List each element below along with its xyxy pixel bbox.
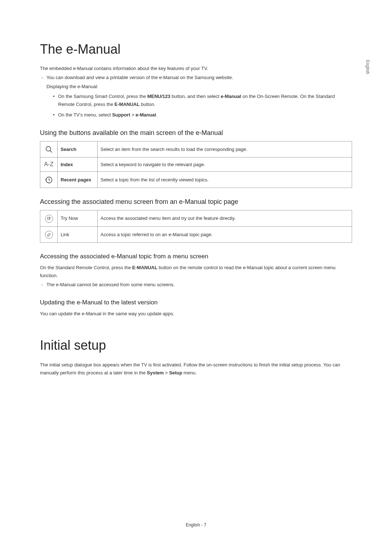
table-row: Try Now Access the associated menu item …	[40, 210, 352, 227]
svg-line-1	[50, 151, 52, 153]
access-note: The e-Manual cannot be accessed from som…	[40, 281, 352, 289]
row-desc: Access a topic referred to on an e-Manua…	[98, 226, 352, 243]
subheading-buttons-main-screen: Using the buttons available on the main …	[40, 129, 352, 137]
heading-initial-setup: Initial setup	[40, 338, 352, 353]
svg-rect-3	[48, 217, 50, 219]
recent-pages-icon	[40, 172, 58, 188]
row-desc: Select an item from the search results t…	[98, 141, 352, 157]
intro-text: The embedded e-Manual contains informati…	[40, 65, 352, 73]
subheading-associated-menu-from-topic: Accessing the associated menu screen fro…	[40, 198, 352, 206]
displaying-label: Displaying the e-Manual:	[40, 83, 352, 91]
row-label: Recent pages	[58, 172, 98, 188]
try-now-icon	[40, 210, 58, 227]
search-icon	[40, 141, 58, 157]
table-row: Link Access a topic referred to on an e-…	[40, 226, 352, 243]
row-label: Index	[58, 157, 98, 172]
table-topic-page-buttons: Try Now Access the associated menu item …	[40, 210, 352, 243]
link-icon	[40, 226, 58, 243]
row-desc: Access the associated menu item and try …	[98, 210, 352, 227]
heading-e-manual: The e-Manual	[40, 42, 352, 57]
svg-point-0	[46, 147, 50, 151]
row-desc: Select a topic from the list of recently…	[98, 172, 352, 188]
row-desc: Select a keyword to navigate to the rele…	[98, 157, 352, 172]
updating-para: You can update the e-Manual in the same …	[40, 310, 352, 318]
table-row: Recent pages Select a topic from the lis…	[40, 172, 352, 188]
table-row: Search Select an item from the search re…	[40, 141, 352, 157]
table-row: A-Z Index Select a keyword to navigate t…	[40, 157, 352, 172]
topic-from-menu-para: On the Standard Remote Control, press th…	[40, 264, 352, 280]
subheading-topic-from-menu: Accessing the associated e-Manual topic …	[40, 253, 352, 260]
row-label: Search	[58, 141, 98, 157]
table-main-screen-buttons: Search Select an item from the search re…	[40, 141, 352, 188]
bullet-smart-control: On the Samsung Smart Control, press the …	[40, 93, 352, 108]
subheading-updating: Updating the e-Manual to the latest vers…	[40, 299, 352, 306]
page-footer: English - 7	[0, 522, 392, 527]
row-label: Try Now	[58, 210, 98, 227]
row-label: Link	[58, 226, 98, 243]
initial-setup-para: The initial setup dialogue box appears w…	[40, 361, 352, 377]
download-note: You can download and view a printable ve…	[40, 74, 352, 82]
language-side-label: English	[365, 60, 370, 74]
document-page: English The e-Manual The embedded e-Manu…	[0, 0, 392, 395]
bullet-tv-menu: On the TV's menu, select Support > e-Man…	[40, 111, 352, 119]
az-icon: A-Z	[40, 157, 58, 172]
